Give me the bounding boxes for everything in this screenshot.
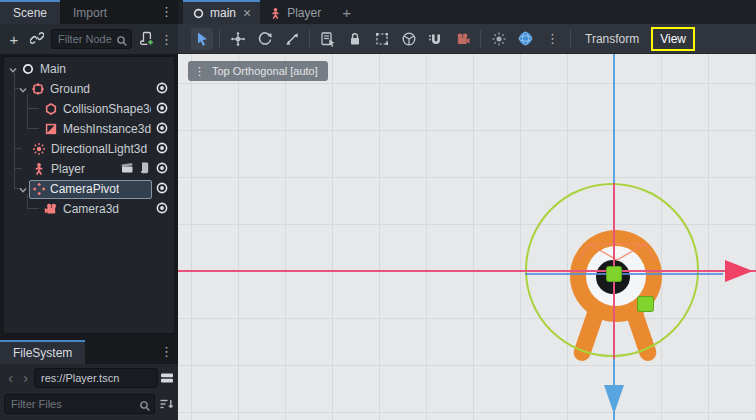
node-label: CameraPivot (50, 182, 119, 196)
history-forward-button[interactable]: › (19, 370, 32, 386)
tab-scene[interactable]: Scene (0, 0, 60, 24)
node3d-icon (31, 182, 46, 197)
open-instance-clapper-icon[interactable] (120, 161, 134, 177)
rotate-mode-button[interactable] (254, 28, 276, 50)
local-space-button[interactable] (398, 28, 420, 50)
tree-row-player[interactable]: Player (4, 159, 174, 179)
camera-frustum-gizmo (576, 240, 658, 264)
scene-dock-tabbar: Scene Import ⋮ (0, 0, 178, 24)
node-label: MeshInstance3d (63, 122, 151, 136)
sun-button[interactable] (488, 28, 510, 50)
scene-tab-label: Player (287, 6, 321, 20)
visibility-eye-icon[interactable] (155, 181, 169, 198)
meshinstance3d-icon (43, 122, 58, 137)
move-mode-button[interactable] (227, 28, 249, 50)
x-axis-gizmo-arrow[interactable] (725, 260, 753, 282)
dock-menu-icon[interactable]: ⋮ (160, 5, 173, 18)
node-label: Camera3d (63, 202, 119, 216)
scene-tab-main[interactable]: main × (183, 0, 260, 24)
scene-tab-label: main (210, 6, 236, 20)
scene-toolbar: + ⋮ (0, 24, 178, 54)
instance-scene-button[interactable] (28, 29, 46, 49)
visibility-eye-icon[interactable] (155, 201, 169, 218)
group-button[interactable] (371, 28, 393, 50)
tab-filesystem-label: FileSystem (13, 346, 72, 360)
staticbody3d-icon (30, 82, 45, 97)
list-select-button[interactable] (317, 28, 339, 50)
expander-icon[interactable] (8, 64, 18, 74)
new-scene-tab-button[interactable]: + (330, 0, 363, 24)
scene-root-icon (192, 7, 205, 20)
environment-globe-button[interactable] (515, 28, 537, 50)
visibility-eye-icon[interactable] (155, 141, 169, 158)
view-name-label: Top Orthogonal [auto] (212, 65, 318, 77)
godot-editor-window: Scene Import ⋮ + ⋮ (0, 0, 756, 420)
close-icon[interactable]: × (243, 5, 251, 21)
scene-tree: Main Ground CollisionShape3d (3, 56, 175, 334)
viewport-canvas[interactable]: ⋮ Top Orthogonal [auto] (178, 54, 756, 420)
x-axis-line (178, 270, 756, 272)
scale-mode-button[interactable] (281, 28, 303, 50)
gizmo-center-handle[interactable] (606, 266, 622, 282)
scene-tabs: main × Player + (178, 0, 756, 24)
collisionshape3d-icon (43, 102, 58, 117)
tree-row-meshinstance3d[interactable]: MeshInstance3d (4, 119, 174, 139)
filesystem-dock: FileSystem ⋮ ‹ › (0, 340, 178, 420)
visibility-eye-icon[interactable] (155, 121, 169, 138)
script-icon[interactable] (138, 161, 151, 178)
lock-button[interactable] (344, 28, 366, 50)
visibility-eye-icon[interactable] (155, 161, 169, 178)
tab-import[interactable]: Import (60, 0, 120, 24)
search-icon (139, 398, 151, 416)
camera3d-icon (43, 202, 58, 217)
visibility-eye-icon[interactable] (155, 101, 169, 118)
script-add-icon (139, 31, 154, 48)
sort-files-icon[interactable] (159, 397, 174, 411)
main-viewport-area: main × Player + ⋮ (178, 0, 756, 420)
node-label: DirectionalLight3d (51, 142, 147, 156)
add-node-button[interactable]: + (5, 29, 23, 49)
scene-tab-player[interactable]: Player (260, 0, 330, 24)
view-menu-dots-icon: ⋮ (194, 66, 205, 77)
player-character-icon (31, 162, 46, 177)
filesystem-filter-row (0, 391, 178, 417)
expander-icon[interactable] (18, 184, 28, 194)
filter-files-input[interactable] (4, 394, 155, 414)
transform-menu[interactable]: Transform (575, 32, 649, 46)
z-axis-gizmo-arrow[interactable] (604, 385, 624, 414)
history-back-button[interactable]: ‹ (4, 370, 17, 386)
camera-preview-button[interactable] (452, 28, 474, 50)
filesystem-tabbar: FileSystem ⋮ (0, 340, 178, 364)
attach-script-button[interactable] (137, 29, 155, 49)
toolbar-separator (219, 30, 220, 48)
select-mode-button[interactable] (191, 28, 213, 50)
search-icon (116, 33, 128, 51)
node-icon (20, 62, 35, 77)
tree-row-camera3d[interactable]: Camera3d (4, 199, 174, 219)
current-path-field[interactable] (34, 368, 158, 388)
left-dock: Scene Import ⋮ + ⋮ (0, 0, 178, 420)
tree-row-camerapivot[interactable]: CameraPivot (4, 179, 174, 199)
toolbar-separator (480, 30, 481, 48)
split-view-icon[interactable] (160, 371, 174, 385)
scene-dock: Scene Import ⋮ + ⋮ (0, 0, 178, 336)
tree-row-ground[interactable]: Ground (4, 79, 174, 99)
tree-row-main[interactable]: Main (4, 59, 174, 79)
tree-row-directionallight3d[interactable]: DirectionalLight3d (4, 139, 174, 159)
visibility-eye-icon[interactable] (155, 81, 169, 98)
view-name-button[interactable]: ⋮ Top Orthogonal [auto] (188, 61, 328, 81)
tab-filesystem[interactable]: FileSystem (0, 340, 85, 364)
tree-row-collisionshape3d[interactable]: CollisionShape3d (4, 99, 174, 119)
filesystem-menu-icon[interactable]: ⋮ (160, 345, 173, 358)
expander-icon[interactable] (18, 84, 28, 94)
preview-environment-menu-icon[interactable]: ⋮ (542, 28, 564, 50)
scene-toolbar-menu-icon[interactable]: ⋮ (160, 33, 173, 46)
node-label: Main (40, 62, 66, 76)
snap-magnet-button[interactable] (425, 28, 447, 50)
selection-marker-square (637, 296, 654, 312)
view-menu[interactable]: View (651, 27, 695, 51)
node-label: CollisionShape3d (63, 102, 151, 116)
link-icon (30, 31, 44, 47)
toolbar-separator (570, 30, 571, 48)
node-label: Ground (50, 82, 90, 96)
